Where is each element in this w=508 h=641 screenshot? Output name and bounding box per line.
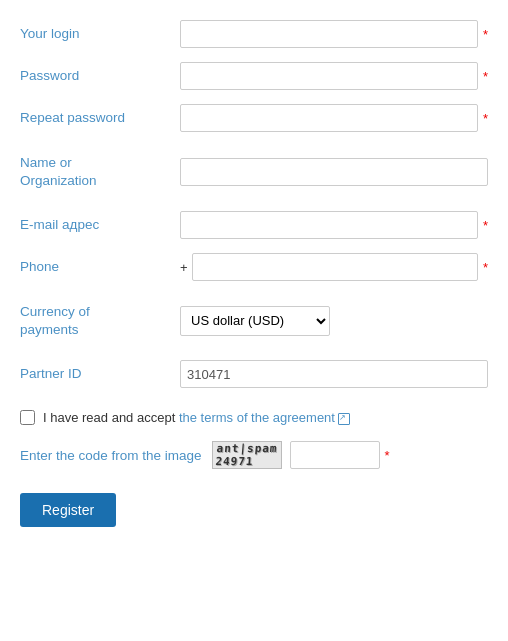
terms-row: I have read and accept the terms of the … [20, 410, 488, 425]
partner-id-input[interactable] [180, 360, 488, 388]
phone-required: * [483, 260, 488, 275]
login-required: * [483, 27, 488, 42]
external-link-icon [338, 413, 350, 425]
currency-input-col: US dollar (USD) Euro (EUR) British pound… [180, 306, 488, 336]
register-button[interactable]: Register [20, 493, 116, 527]
terms-link[interactable]: the terms of the agreement [179, 410, 335, 425]
phone-input[interactable] [192, 253, 478, 281]
partner-id-label: Partner ID [20, 365, 180, 383]
name-input-col [180, 158, 488, 186]
email-required: * [483, 218, 488, 233]
name-label: Name or Organization [20, 154, 180, 189]
currency-label: Currency of payments [20, 303, 180, 338]
currency-row: Currency of payments US dollar (USD) Eur… [20, 303, 488, 338]
email-input[interactable] [180, 211, 478, 239]
name-input[interactable] [180, 158, 488, 186]
name-row: Name or Organization [20, 154, 488, 189]
phone-prefix: + [180, 260, 188, 275]
password-required: * [483, 69, 488, 84]
captcha-image-text: ant|spam24971 [215, 442, 278, 468]
captcha-required: * [385, 448, 390, 463]
repeat-password-input-col: * [180, 104, 488, 132]
captcha-input[interactable] [290, 441, 380, 469]
captcha-label: Enter the code from the image [20, 448, 202, 463]
login-input-col: * [180, 20, 488, 48]
phone-row: Phone + * [20, 253, 488, 281]
repeat-password-label: Repeat password [20, 109, 180, 127]
login-input[interactable] [180, 20, 478, 48]
password-input[interactable] [180, 62, 478, 90]
partner-id-row: Partner ID [20, 360, 488, 388]
repeat-password-input[interactable] [180, 104, 478, 132]
login-label: Your login [20, 25, 180, 43]
terms-checkbox[interactable] [20, 410, 35, 425]
repeat-password-row: Repeat password * [20, 104, 488, 132]
email-input-col: * [180, 211, 488, 239]
password-label: Password [20, 67, 180, 85]
phone-input-col: + * [180, 253, 488, 281]
partner-id-input-col [180, 360, 488, 388]
password-input-col: * [180, 62, 488, 90]
login-row: Your login * [20, 20, 488, 48]
captcha-row: Enter the code from the image ant|spam24… [20, 441, 488, 469]
phone-label: Phone [20, 258, 180, 276]
email-label: E-mail адрес [20, 216, 180, 234]
repeat-password-required: * [483, 111, 488, 126]
currency-select[interactable]: US dollar (USD) Euro (EUR) British pound… [180, 306, 330, 336]
email-row: E-mail адрес * [20, 211, 488, 239]
checkbox-text: I have read and accept the terms of the … [43, 410, 350, 425]
captcha-image: ant|spam24971 [212, 441, 282, 469]
password-row: Password * [20, 62, 488, 90]
